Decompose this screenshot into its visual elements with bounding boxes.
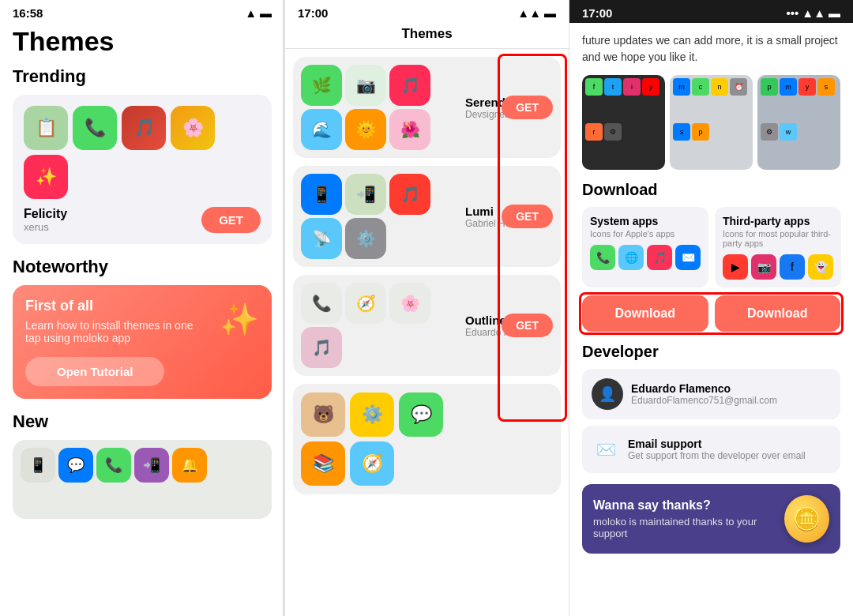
icon-t1: 🐻 [301, 393, 345, 437]
download-section-header: Download [582, 181, 840, 199]
icon-sys4: ✉️ [675, 245, 701, 270]
felicity-icons: 📋 📞 🎵 🌸 ✨ [24, 106, 261, 199]
ss1-icon2: t [604, 78, 622, 96]
icon-s4: 🌊 [301, 109, 342, 150]
icon-l2: 📲 [345, 174, 386, 215]
lumi-get-button[interactable]: GET [502, 205, 553, 228]
icon-notes: 📋 [24, 106, 68, 150]
icon-widget: 📲 [134, 448, 169, 483]
panel1-title: Themes [13, 26, 272, 57]
system-apps-subtitle: Icons for Apple's apps [590, 229, 701, 239]
sparkle-icon: ✨ [220, 301, 259, 338]
panel1-time: 16:58 [13, 6, 43, 20]
serendipity-item: 🌿 📷 🎵 🌊 🌞 🌺 Serendipity Devsignerz GET [293, 57, 561, 158]
panel2-status-icons: ▲▲ ▬ [517, 6, 556, 20]
panel-2: 17:00 ▲▲ ▬ Themes 🌿 📷 🎵 🌊 🌞 🌺 Serendipit… [284, 0, 569, 616]
ss3-icon5: ⚙ [761, 123, 778, 141]
ss3-icon6: w [780, 123, 797, 141]
icon-o4: 🎵 [301, 327, 342, 368]
icon-l4: 📡 [301, 218, 342, 259]
battery-icon-3: ▬ [829, 6, 840, 20]
system-apps-title: System apps [590, 215, 701, 227]
icon-app2: 🔔 [172, 448, 207, 483]
icon-tablet: 📱 [21, 448, 55, 483]
felicity-get-button[interactable]: GET [201, 207, 261, 233]
download-section: Download System apps Icons for Apple's a… [582, 181, 840, 332]
noteworthy-card: ✨ First of all Learn how to install them… [13, 285, 272, 399]
thanks-title: Wanna say thanks? [593, 498, 784, 513]
email-support-title: Email support [628, 438, 806, 450]
ss2-icon5: s [673, 123, 690, 141]
panel2-header: Themes [285, 23, 569, 49]
icon-s6: 🌺 [389, 109, 430, 150]
icon-l1: 📱 [301, 174, 342, 215]
ss3-icon3: y [799, 78, 816, 96]
panel3-content: future updates we can add more, it is a … [569, 23, 853, 614]
felicity-info: Felicity xerus [24, 207, 67, 233]
icon-phone: 📞 [73, 106, 117, 150]
panel-3: 17:00 ••• ▲▲ ▬ future updates we can add… [569, 0, 853, 616]
dots-icon: ••• [787, 6, 799, 20]
email-support-card[interactable]: ✉️ Email support Get support from the de… [582, 426, 840, 473]
icon-sys3: 🎵 [647, 245, 672, 270]
developer-section: Developer 👤 Eduardo Flamenco EduardoFlam… [582, 343, 840, 473]
ss2-icon4: ⏰ [730, 78, 747, 96]
third-party-subtitle: Icons for most popular third-party apps [723, 229, 833, 248]
third-party-title: Third-party apps [723, 215, 833, 227]
open-tutorial-button[interactable]: Open Tutorial [25, 357, 164, 386]
ss1-icon5: r [585, 123, 603, 141]
icon-s5: 🌞 [345, 109, 386, 150]
developer-avatar: 👤 [592, 378, 623, 410]
felicity-footer: Felicity xerus GET [24, 207, 261, 233]
icon-messages: 💬 [58, 448, 93, 483]
download-system-button[interactable]: Download [582, 295, 708, 332]
download-cards: System apps Icons for Apple's apps 📞 🌐 🎵… [582, 207, 840, 287]
noteworthy-body: Learn how to install themes in one tap u… [25, 319, 199, 344]
panel1-status-icons: ▲ ▬ [245, 6, 272, 20]
thanks-card: Wanna say thanks? moloko is maintained t… [582, 484, 840, 554]
ss1-icon3: i [623, 78, 641, 96]
panel-1: 16:58 ▲ ▬ Themes Trending 📋 📞 🎵 🌸 ✨ Feli… [0, 0, 284, 616]
outlineos-get-button[interactable]: GET [502, 314, 553, 337]
panel3-status-bar: 17:00 ••• ▲▲ ▬ [569, 0, 853, 23]
icon-sys2: 🌐 [618, 245, 644, 270]
felicity-card: 📋 📞 🎵 🌸 ✨ Felicity xerus GET [13, 95, 272, 244]
panel2-status-bar: 17:00 ▲▲ ▬ [285, 0, 569, 23]
panel1-content: Themes Trending 📋 📞 🎵 🌸 ✨ Felicity xerus… [0, 26, 284, 519]
developer-name: Eduardo Flamenco [631, 382, 777, 395]
icon-t5: 🧭 [350, 441, 394, 486]
system-apps-card: System apps Icons for Apple's apps 📞 🌐 🎵… [582, 207, 708, 287]
icon-o1: 📞 [301, 283, 342, 324]
icon-extra: ✨ [24, 155, 68, 199]
serendipity-get-button[interactable]: GET [502, 96, 553, 119]
icon-s1: 🌿 [301, 65, 342, 106]
coin-icon: 🪙 [784, 495, 829, 543]
screenshot-3: p m y s ⚙ w [757, 75, 840, 170]
panel3-time: 17:00 [582, 6, 612, 20]
developer-card: 👤 Eduardo Flamenco EduardoFlamenco751@gm… [582, 369, 840, 419]
wifi-icon-3: ▲▲ [802, 6, 825, 20]
wifi-icon: ▲ [245, 6, 257, 20]
ss3-icon2: m [780, 78, 797, 96]
developer-section-header: Developer [582, 343, 840, 361]
email-icon: ✉️ [592, 435, 620, 464]
trending-section-title: Trending [13, 66, 272, 87]
panel2-themes-list: 🌿 📷 🎵 🌊 🌞 🌺 Serendipity Devsignerz GET 📱… [285, 49, 569, 510]
ss2-icon6: p [692, 123, 709, 141]
new-section-title: New [13, 411, 272, 432]
icon-tp1: ▶ [723, 254, 748, 280]
ss2-icon3: n [711, 78, 728, 96]
email-support-subtitle: Get support from the developer over emai… [628, 450, 806, 461]
felicity-name: Felicity [24, 207, 67, 221]
panel1-status-bar: 16:58 ▲ ▬ [0, 0, 284, 23]
thanks-text: moloko is maintained thanks to your supp… [593, 516, 784, 539]
theme4-icons: 🐻 ⚙️ 💬 📚 🧭 [301, 393, 459, 486]
icon-o3: 🌸 [389, 283, 430, 324]
ss1-icon4: y [642, 78, 659, 96]
icon-tp3: f [780, 254, 805, 280]
new-card-icons: 📱 💬 📞 📲 🔔 [21, 448, 264, 483]
download-third-party-button[interactable]: Download [715, 295, 841, 332]
screenshot-2: m c n ⏰ s p [670, 75, 753, 170]
ss2-icon1: m [673, 78, 690, 96]
download-buttons-container: Download Download [582, 295, 840, 332]
